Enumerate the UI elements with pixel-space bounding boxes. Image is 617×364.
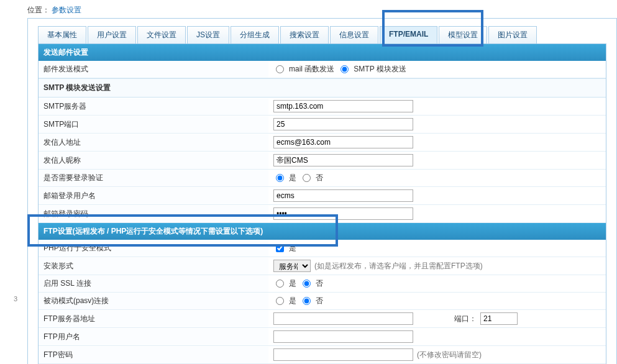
install-mode-hint: (如是远程发布，请选客户端，并且需配置FTP选项) [314,261,483,271]
breadcrumb: 位置： 参数设置 [27,5,617,16]
from-addr-input[interactable] [273,136,413,148]
from-addr-label: 发信人地址 [39,134,268,151]
ssl-label: 启用 SSL 连接 [39,275,268,292]
ftp-port-input[interactable] [480,312,518,325]
radio-auth-yes[interactable] [276,174,284,182]
row-login-user: 邮箱登录用户名 [39,187,606,205]
install-mode-label: 安装形式 [39,258,268,275]
mail-mode-label: 邮件发送模式 [39,61,268,78]
row-from-name: 发信人昵称 [39,152,606,170]
tab-js[interactable]: JS设置 [187,26,229,43]
radio-auth-no-label: 否 [316,173,323,183]
smtp-server-label: SMTP服务器 [39,98,268,115]
login-pass-input[interactable] [273,207,413,220]
row-ftp-addr: FTP服务器地址 端口： [39,310,606,328]
ftp-addr-label: FTP服务器地址 [39,311,268,327]
ftp-pass-label: FTP密码 [39,347,268,363]
checkbox-php-safe-label: 是 [289,243,296,253]
radio-ssl-no[interactable] [303,280,311,288]
php-safe-label: PHP运行于安全模式 [39,240,268,257]
line-number: 3 [14,295,17,303]
radio-smtp[interactable] [340,65,349,73]
tabs: 基本属性 用户设置 文件设置 JS设置 分组生成 搜索设置 信息设置 FTP/E… [38,26,606,44]
tab-group[interactable]: 分组生成 [231,26,279,43]
pasv-label: 被动模式(pasv)连接 [39,293,268,309]
radio-pasv-no-label: 否 [316,296,323,306]
row-pasv: 被动模式(pasv)连接 是 否 [39,293,606,310]
tab-ftp-email[interactable]: FTP/EMAIL [380,26,437,43]
install-mode-select[interactable]: 服务端 [273,260,311,272]
row-smtp-port: SMTP端口 [39,116,606,134]
radio-ssl-no-label: 否 [316,278,323,289]
smtp-server-input[interactable] [273,100,413,112]
tab-image[interactable]: 图片设置 [488,26,537,43]
ftp-section-header: FTP设置(远程发布 / PHP运行于安全模式等情况下需设置以下选项) [39,223,606,240]
content-panel: 基本属性 用户设置 文件设置 JS设置 分组生成 搜索设置 信息设置 FTP/E… [27,18,617,364]
row-from-addr: 发信人地址 [39,134,606,152]
checkbox-php-safe[interactable] [276,244,284,252]
smtp-subheader: SMTP 模块发送设置 [39,78,606,98]
tab-info[interactable]: 信息设置 [330,26,378,43]
radio-auth-no[interactable] [303,174,311,182]
radio-mail-func-label: mail 函数发送 [289,64,334,75]
settings-panel: 发送邮件设置 邮件发送模式 mail 函数发送 SMTP 模块发送 SMTP 模… [38,44,606,364]
row-smtp-server: SMTP服务器 [39,98,606,116]
radio-pasv-yes-label: 是 [289,296,296,306]
radio-smtp-label: SMTP 模块发送 [354,64,406,75]
row-ssl: 启用 SSL 连接 是 否 [39,275,606,293]
radio-pasv-yes[interactable] [276,297,284,305]
radio-mail-func[interactable] [276,65,284,73]
tab-user[interactable]: 用户设置 [88,26,136,43]
breadcrumb-prefix: 位置： [27,6,50,14]
ftp-user-label: FTP用户名 [39,329,268,345]
tab-basic[interactable]: 基本属性 [38,26,86,43]
from-name-label: 发信人昵称 [39,152,268,169]
radio-pasv-no[interactable] [303,297,311,305]
login-user-label: 邮箱登录用户名 [39,188,268,204]
from-name-input[interactable] [273,154,413,166]
breadcrumb-location[interactable]: 参数设置 [52,6,81,14]
row-need-auth: 是否需要登录验证 是 否 [39,170,606,187]
row-login-pass: 邮箱登录密码 [39,205,606,223]
row-install-mode: 安装形式 服务端 (如是远程发布，请选客户端，并且需配置FTP选项) [39,257,606,275]
tab-model[interactable]: 模型设置 [439,26,487,43]
port-label: 端口： [454,314,477,324]
ftp-pass-hint: (不修改密码请留空) [417,350,482,360]
ftp-user-input[interactable] [273,330,413,343]
row-mail-mode: 邮件发送模式 mail 函数发送 SMTP 模块发送 [39,61,606,78]
row-php-safe: PHP运行于安全模式 是 [39,240,606,257]
row-ftp-pass: FTP密码 (不修改密码请留空) [39,346,606,364]
mail-section-header: 发送邮件设置 [39,44,606,61]
ftp-addr-input[interactable] [273,312,413,325]
radio-auth-yes-label: 是 [289,173,296,183]
tab-search[interactable]: 搜索设置 [280,26,329,43]
ftp-pass-input[interactable] [273,348,413,361]
radio-ssl-yes[interactable] [276,280,284,288]
smtp-port-label: SMTP端口 [39,116,268,133]
login-pass-label: 邮箱登录密码 [39,206,268,222]
login-user-input[interactable] [273,189,413,202]
radio-ssl-yes-label: 是 [289,278,296,289]
need-auth-label: 是否需要登录验证 [39,170,268,186]
row-ftp-user: FTP用户名 [39,328,606,346]
tab-file[interactable]: 文件设置 [137,26,186,43]
smtp-port-input[interactable] [273,118,413,130]
